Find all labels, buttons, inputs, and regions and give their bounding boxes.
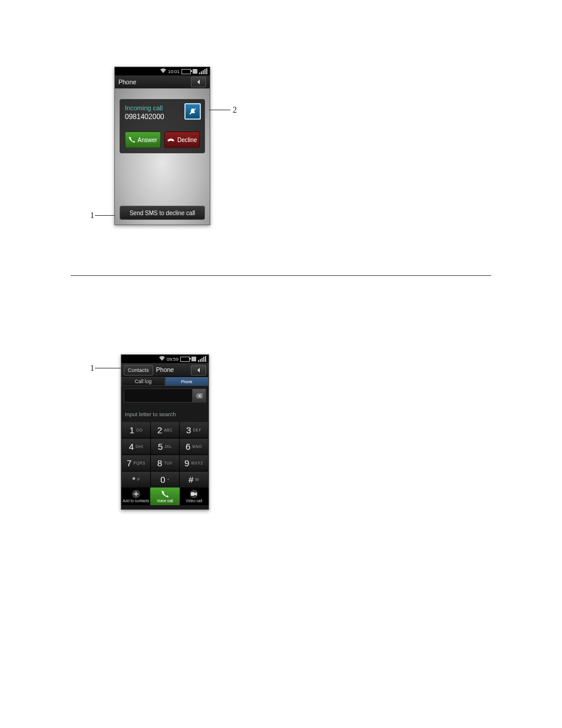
key-letters: + [167, 477, 170, 482]
action-label: Voice call [157, 499, 173, 503]
key-letters: P [137, 477, 140, 482]
key-letters: TUV [164, 461, 173, 465]
send-sms-label: Send SMS to decline call [130, 210, 195, 216]
key-letters: DEF [193, 428, 201, 432]
video-call-button[interactable]: Video call [180, 487, 209, 505]
key-letters: PQRS [133, 461, 145, 465]
signal-icon [199, 68, 207, 74]
phone-icon [161, 490, 169, 498]
section-divider [71, 275, 491, 276]
key-digit: # [189, 475, 193, 485]
phone-icon [128, 136, 135, 143]
callout-number: 1 [90, 211, 94, 220]
mute-ringer-button[interactable] [184, 103, 201, 120]
action-row: Add to contacts Voice call Video call [121, 487, 209, 505]
screen-body: Incoming call 0981402000 Answer Decline [115, 88, 210, 225]
bell-off-icon [189, 107, 197, 116]
tab-label: Call log [135, 378, 151, 384]
signal-icon [198, 356, 206, 362]
keypad-key-8[interactable]: 8TUV [151, 455, 179, 471]
key-digit: 9 [184, 458, 189, 468]
action-label: Add to contacts [123, 499, 149, 503]
key-letters: OO [136, 428, 143, 432]
back-arrow-icon [196, 80, 201, 84]
callout-number: 1 [90, 364, 94, 373]
key-digit: 3 [186, 425, 191, 435]
callout-number: 2 [233, 106, 237, 115]
wifi-icon [160, 68, 166, 74]
number-input-field[interactable] [124, 388, 206, 403]
answer-button[interactable]: Answer [125, 131, 161, 148]
svg-rect-1 [191, 492, 194, 496]
phone-screenshot-incoming-call: 10:01 Phone Incoming call 0981402000 Ans… [114, 67, 210, 225]
callout-line [209, 110, 230, 110]
callout-line [95, 215, 114, 216]
keypad-key-#[interactable]: #W [180, 472, 208, 487]
status-time: 09:59 [167, 357, 178, 362]
keypad-key-0[interactable]: 0+ [151, 472, 179, 487]
tab-phone[interactable]: Phone [165, 377, 209, 386]
key-digit: 6 [186, 442, 190, 452]
hangup-icon [167, 137, 175, 143]
status-time: 10:01 [168, 69, 180, 74]
status-bar: 10:01 [115, 67, 210, 75]
keypad-key-2[interactable]: 2ABC [151, 422, 179, 438]
key-letters: W [195, 477, 199, 482]
keypad-key-6[interactable]: 6MNO [180, 439, 208, 454]
status-bar: 09:59 [121, 355, 209, 363]
back-button[interactable] [191, 365, 206, 375]
key-letters: JKL [164, 444, 172, 449]
key-letters: MNO [192, 444, 202, 449]
status-square-icon [191, 357, 196, 361]
decline-label: Decline [177, 137, 197, 143]
key-digit: 2 [157, 425, 162, 435]
key-digit: 7 [127, 458, 131, 468]
plus-icon [132, 490, 140, 498]
backspace-icon [196, 393, 203, 398]
battery-icon [181, 69, 191, 74]
status-square-icon [193, 69, 197, 74]
tab-bar: Call log Phone [121, 377, 209, 386]
add-to-contacts-button[interactable]: Add to contacts [121, 487, 150, 505]
decline-button[interactable]: Decline [164, 131, 200, 148]
key-digit: 4 [129, 442, 134, 452]
key-digit: 1 [130, 425, 134, 435]
battery-icon [180, 357, 190, 362]
key-digit: 8 [157, 458, 162, 468]
keypad: 1OO2ABC3DEF4GHI5JKL6MNO7PQRS8TUV9WXYZ*P0… [122, 422, 208, 487]
key-letters: ABC [164, 428, 173, 432]
back-arrow-icon [196, 368, 201, 373]
phone-screenshot-dialer: 09:59 Contacts Phone Call log Phone Inpu… [121, 354, 209, 510]
backspace-button[interactable] [192, 389, 206, 402]
answer-label: Answer [138, 137, 157, 143]
keypad-key-5[interactable]: 5JKL [151, 439, 179, 454]
screen-title: Phone [118, 78, 136, 85]
key-digit: 0 [160, 475, 165, 485]
title-bar: Contacts Phone [121, 363, 209, 377]
keypad-key-*[interactable]: *P [122, 472, 150, 487]
wifi-icon [159, 356, 165, 362]
back-button[interactable] [191, 77, 206, 87]
search-hint: Input letter to search [121, 403, 209, 422]
keypad-key-4[interactable]: 4GHI [122, 439, 150, 454]
keypad-key-3[interactable]: 3DEF [180, 422, 208, 438]
callout-line [95, 368, 121, 368]
keypad-key-9[interactable]: 9WXYZ [180, 455, 208, 471]
key-letters: GHI [135, 444, 143, 449]
tab-call-log[interactable]: Call log [121, 377, 165, 386]
key-letters: WXYZ [191, 461, 203, 465]
tab-label: Phone [181, 380, 193, 384]
keypad-key-7[interactable]: 7PQRS [122, 455, 150, 471]
voice-call-button[interactable]: Voice call [150, 487, 179, 505]
keypad-key-1[interactable]: 1OO [122, 422, 150, 438]
incoming-call-card: Incoming call 0981402000 Answer Decline [120, 99, 205, 153]
key-digit: * [132, 475, 135, 485]
action-label: Video call [186, 499, 202, 503]
video-icon [190, 490, 198, 498]
key-digit: 5 [158, 442, 163, 452]
title-bar: Phone [115, 75, 210, 89]
send-sms-decline-button[interactable]: Send SMS to decline call [120, 206, 205, 220]
